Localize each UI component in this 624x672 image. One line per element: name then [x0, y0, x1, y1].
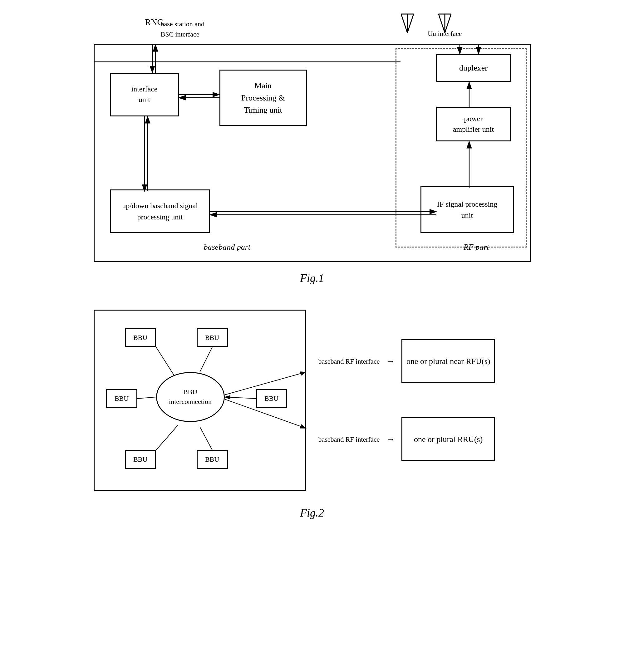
fig2-rru-row: baseband RF interface → one or plural RR…: [318, 417, 495, 461]
baseband-signal-box: up/down baseband signalprocessing unit: [110, 189, 210, 233]
bsc-interface-label: base station and BSC interface: [161, 19, 205, 39]
bbu-box-mid-left: BBU: [106, 389, 137, 408]
fig1-diagram: interfaceunit MainProcessing &Timing uni…: [94, 44, 531, 262]
bbu-box-bot-right: BBU: [197, 450, 228, 469]
rf-part-label: RF part: [464, 242, 489, 252]
arrow-rru-icon: →: [386, 434, 395, 444]
svg-line-0: [401, 14, 407, 33]
fig2-right-panel: baseband RF interface → one or plural ne…: [318, 310, 531, 491]
main-processing-box: MainProcessing &Timing unit: [219, 70, 307, 126]
svg-line-4: [439, 14, 445, 33]
bbu-box-top-right: BBU: [197, 328, 228, 347]
rru-box: one or plural RRU(s): [401, 417, 495, 461]
near-rfu-box: one or plural near RFU(s): [401, 339, 495, 383]
if-signal-box: IF signal processingunit: [420, 186, 514, 233]
baseband-rf-label-2: baseband RF interface: [318, 434, 380, 444]
fig2-near-rfu-row: baseband RF interface → one or plural ne…: [318, 339, 495, 383]
fig2-diagram: BBU BBU BBU BBU BBU BBU BBUinterconnecti…: [94, 310, 531, 497]
page-content: RNC base station and BSC interface Uu in…: [31, 12, 593, 519]
fig2-container: BBU BBU BBU BBU BBU BBU BBUinterconnecti…: [31, 310, 593, 519]
power-amp-box: poweramplifier unit: [436, 107, 511, 141]
bbu-box-bot-left: BBU: [125, 450, 156, 469]
rnc-label: RNC: [145, 17, 163, 27]
svg-line-6: [445, 14, 451, 33]
interface-unit-box: interfaceunit: [110, 73, 179, 117]
fig2-label: Fig.2: [300, 506, 324, 519]
arrow-rfu-icon: →: [386, 356, 395, 366]
antenna-left-icon: [399, 11, 415, 34]
bbu-box-top-left: BBU: [125, 328, 156, 347]
duplexer-box: duplexer: [436, 54, 511, 82]
bbu-box-mid-right: BBU: [256, 389, 287, 408]
bbu-interconnection-ellipse: BBUinterconnection: [156, 372, 225, 422]
antenna-right-icon: [437, 11, 452, 34]
baseband-part-label: baseband part: [204, 242, 251, 252]
fig1-label: Fig.1: [300, 272, 324, 285]
fig1-container: RNC base station and BSC interface Uu in…: [31, 12, 593, 285]
baseband-rf-label-1: baseband RF interface: [318, 356, 380, 366]
svg-line-2: [407, 14, 414, 33]
